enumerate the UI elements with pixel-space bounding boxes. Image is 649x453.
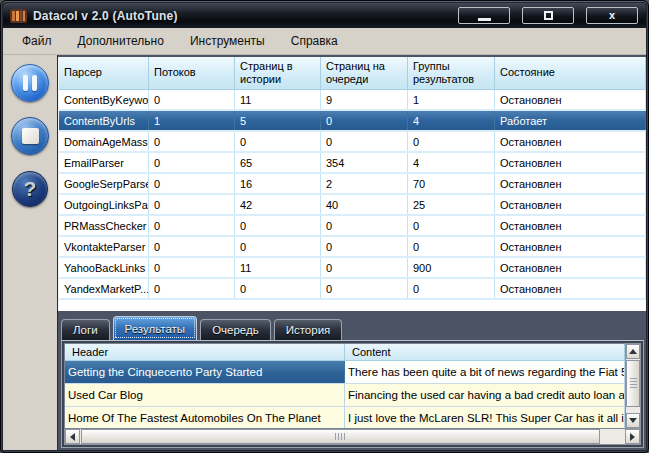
parser-row[interactable]: DomainAgeMass... 0 0 0 0 Остановлен xyxy=(59,132,646,153)
tab-logs[interactable]: Логи xyxy=(61,319,110,340)
cell-parser: DomainAgeMass... xyxy=(59,132,149,151)
tab-strip: Логи Результаты Очередь История xyxy=(58,311,646,340)
menu-additional[interactable]: Дополнительно xyxy=(65,29,177,53)
tab-queue[interactable]: Очередь xyxy=(200,319,271,340)
results-table: Header Content Getting the Cinquecento P… xyxy=(64,343,625,429)
parser-row[interactable]: ContentByKeyword 0 11 9 1 Остановлен xyxy=(59,90,646,111)
close-button[interactable]: x xyxy=(586,7,638,24)
cell-parser: YandexMarketP... xyxy=(59,279,149,298)
cell-content: There has been quite a bit of news regar… xyxy=(345,361,625,383)
cell-state: Остановлен xyxy=(495,195,646,214)
result-row-selected[interactable]: Getting the Cinquecento Party Started Th… xyxy=(65,361,625,384)
cell-groups: 0 xyxy=(408,279,495,298)
scroll-down-button[interactable] xyxy=(626,413,640,428)
stop-button[interactable] xyxy=(11,117,49,155)
cell-queue: 0 xyxy=(321,279,408,298)
cell-state: Остановлен xyxy=(495,132,646,151)
close-icon: x xyxy=(609,10,615,21)
column-header-groups[interactable]: Группы результатов xyxy=(408,57,495,89)
results-panel: Header Content Getting the Cinquecento P… xyxy=(61,340,644,448)
arrow-left-icon xyxy=(70,433,75,441)
cell-history: 0 xyxy=(235,132,321,151)
cell-queue: 0 xyxy=(321,258,408,277)
cell-state: Работает xyxy=(495,111,646,130)
help-button[interactable]: ? xyxy=(12,171,48,207)
menu-tools[interactable]: Инструменты xyxy=(177,29,278,53)
parser-row[interactable]: EmailParser 0 65 354 4 Остановлен xyxy=(59,153,646,174)
cell-state: Остановлен xyxy=(495,237,646,256)
parser-row[interactable]: VkontakteParser 0 0 0 0 Остановлен xyxy=(59,237,646,258)
cell-threads: 0 xyxy=(149,153,235,172)
tab-history[interactable]: История xyxy=(274,319,343,340)
cell-state: Остановлен xyxy=(495,90,646,109)
cell-history: 16 xyxy=(235,174,321,193)
cell-history: 65 xyxy=(235,153,321,172)
result-row[interactable]: Used Car Blog Financing the used car hav… xyxy=(65,384,625,407)
window-body: ? Парсер Потоков Страниц в истории Стран… xyxy=(3,55,646,450)
tab-results[interactable]: Результаты xyxy=(113,316,198,340)
cell-queue: 0 xyxy=(321,216,408,235)
cell-threads: 0 xyxy=(149,216,235,235)
cell-queue: 0 xyxy=(321,132,408,151)
scroll-right-button[interactable] xyxy=(625,429,640,444)
cell-history: 11 xyxy=(235,90,321,109)
main-content: Парсер Потоков Страниц в истории Страниц… xyxy=(57,55,646,450)
minimize-button[interactable] xyxy=(458,7,510,24)
cell-groups: 4 xyxy=(408,153,495,172)
column-header-content[interactable]: Content xyxy=(345,344,625,360)
column-header-state[interactable]: Состояние xyxy=(495,57,646,89)
result-row[interactable]: Home Of The Fastest Automobiles On The P… xyxy=(65,407,625,429)
cell-groups: 70 xyxy=(408,174,495,193)
parser-row[interactable]: PRMassChecker 0 0 0 0 Остановлен xyxy=(59,216,646,237)
title-bar[interactable]: Datacol v 2.0 (AutoTune) x xyxy=(3,3,646,28)
maximize-button[interactable] xyxy=(522,7,574,24)
cell-parser: ContentByUrls xyxy=(59,111,149,130)
pause-icon xyxy=(23,75,37,91)
scroll-left-button[interactable] xyxy=(65,429,80,444)
arrow-up-icon xyxy=(629,349,637,354)
sidebar: ? xyxy=(3,55,57,450)
cell-queue: 9 xyxy=(321,90,408,109)
cell-state: Остановлен xyxy=(495,216,646,235)
results-table-header: Header Content xyxy=(65,344,625,361)
parser-row[interactable]: YahooBackLinks 0 11 0 900 Остановлен xyxy=(59,258,646,279)
parser-row[interactable]: YandexMarketP... 0 0 0 0 Остановлен xyxy=(59,279,646,300)
parser-row[interactable]: OutgoingLinksPa... 0 42 40 25 Остановлен xyxy=(59,195,646,216)
column-header-header[interactable]: Header xyxy=(65,344,345,360)
cell-history: 42 xyxy=(235,195,321,214)
cell-queue: 40 xyxy=(321,195,408,214)
vertical-scrollbar-thumb[interactable] xyxy=(626,360,640,407)
cell-groups: 1 xyxy=(408,90,495,109)
arrow-down-icon xyxy=(629,418,637,423)
parser-table-filler xyxy=(59,300,646,311)
menu-help[interactable]: Справка xyxy=(278,29,351,53)
pause-button[interactable] xyxy=(11,64,49,102)
column-header-queue[interactable]: Страниц на очереди xyxy=(321,57,408,89)
cell-threads: 0 xyxy=(149,237,235,256)
cell-threads: 0 xyxy=(149,279,235,298)
scroll-track[interactable] xyxy=(601,429,625,444)
cell-groups: 4 xyxy=(408,111,495,130)
arrow-right-icon xyxy=(630,433,635,441)
cell-parser: GoogleSerpParser xyxy=(59,174,149,193)
column-header-parser[interactable]: Парсер xyxy=(59,57,149,89)
scroll-up-button[interactable] xyxy=(626,344,640,359)
column-header-threads[interactable]: Потоков xyxy=(149,57,235,89)
cell-groups: 0 xyxy=(408,237,495,256)
cell-threads: 0 xyxy=(149,174,235,193)
vertical-scrollbar[interactable] xyxy=(625,343,641,429)
horizontal-scrollbar-thumb[interactable] xyxy=(81,429,600,444)
parser-row[interactable]: GoogleSerpParser 0 16 2 70 Остановлен xyxy=(59,174,646,195)
column-header-history[interactable]: Страниц в истории xyxy=(235,57,321,89)
cell-history: 0 xyxy=(235,237,321,256)
app-window: Datacol v 2.0 (AutoTune) x Файл Дополнит… xyxy=(0,0,649,453)
parser-table-header: Парсер Потоков Страниц в истории Страниц… xyxy=(59,57,646,90)
cell-content: Financing the used car having a bad cred… xyxy=(345,384,625,406)
horizontal-scrollbar[interactable] xyxy=(64,429,641,445)
cell-parser: VkontakteParser xyxy=(59,237,149,256)
cell-groups: 0 xyxy=(408,216,495,235)
cell-queue: 0 xyxy=(321,111,408,130)
menu-file[interactable]: Файл xyxy=(9,29,65,53)
parser-row-selected[interactable]: ContentByUrls 1 5 0 4 Работает xyxy=(59,111,646,132)
cell-header: Getting the Cinquecento Party Started xyxy=(65,361,345,383)
